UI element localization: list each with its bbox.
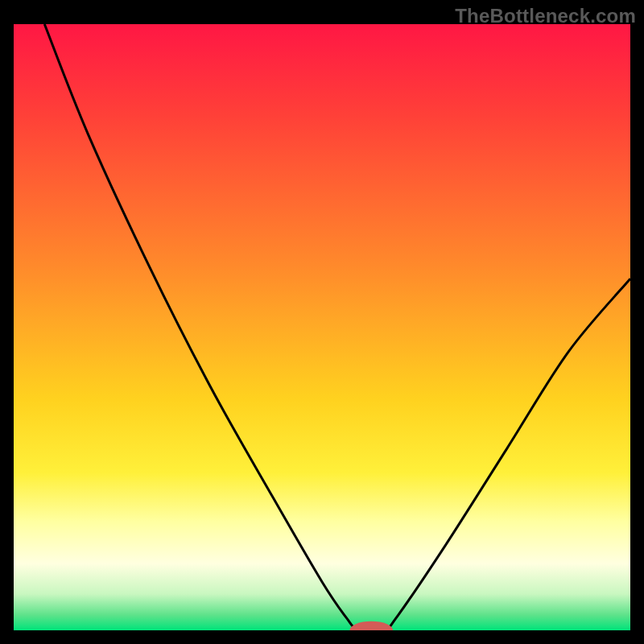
optimal-marker [349,621,393,640]
gradient-background [14,24,630,630]
chart-stage: TheBottleneck.com [0,0,644,644]
chart-svg [0,0,644,644]
